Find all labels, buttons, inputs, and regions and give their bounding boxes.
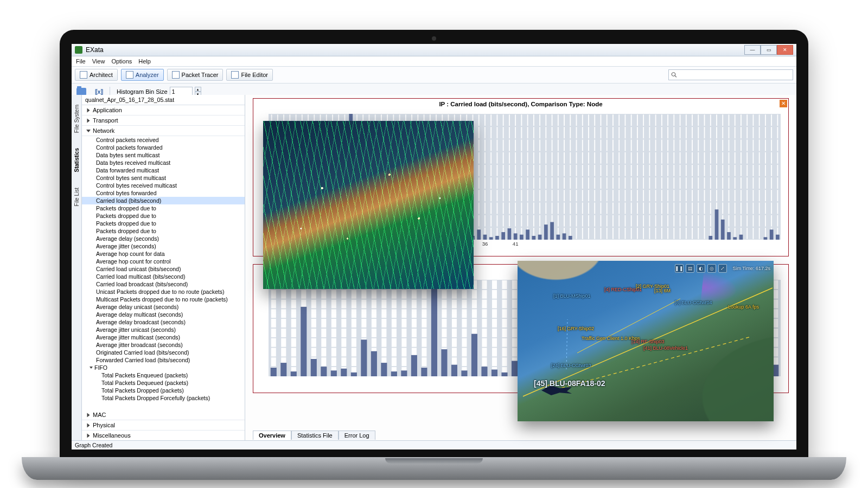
app-icon xyxy=(75,46,82,54)
svg-rect-245 xyxy=(291,371,297,376)
metric-item[interactable]: Average hop count for data xyxy=(82,250,245,258)
svg-rect-248 xyxy=(321,367,327,376)
target-icon[interactable]: ◎ xyxy=(707,264,716,273)
svg-rect-136 xyxy=(514,233,518,240)
metric-item[interactable]: Data bytes sent multicast xyxy=(82,151,245,159)
metric-item[interactable]: Control packets received xyxy=(82,136,245,144)
metric-item[interactable]: Carried load (bits/second) xyxy=(82,197,245,204)
close-button[interactable]: ✕ xyxy=(777,45,793,55)
mode-packet-tracer[interactable]: Packet Tracer xyxy=(167,69,224,81)
metric-item[interactable]: Average jitter (seconds) xyxy=(82,242,245,250)
svg-rect-254 xyxy=(381,363,387,376)
metric-item[interactable]: Carried load multicast (bits/second) xyxy=(82,273,245,280)
svg-rect-131 xyxy=(483,235,487,240)
svg-rect-243 xyxy=(271,368,277,376)
metric-item[interactable]: Control bytes received multicast xyxy=(82,182,245,189)
metric-item[interactable]: Average delay (seconds) xyxy=(82,235,245,242)
category-application[interactable]: Application xyxy=(82,105,245,115)
sim-node-label: Lookup 6A fps xyxy=(728,304,759,310)
category-mac[interactable]: MAC xyxy=(82,410,245,420)
side-tab-statistics[interactable]: Statistics xyxy=(74,148,80,172)
metric-item[interactable]: Total Packets Dequeued (packets) xyxy=(82,379,245,387)
sim-node-label: [1] BLU-MShip01 xyxy=(553,293,591,299)
pause-icon[interactable]: ❚❚ xyxy=(675,264,684,273)
metric-tree[interactable]: Control packets receivedControl packets … xyxy=(82,136,245,410)
bottom-tab-overview[interactable]: Overview xyxy=(253,431,291,440)
window-controls: ― ▭ ✕ xyxy=(744,45,793,55)
category-network[interactable]: Network xyxy=(82,126,245,136)
metric-item[interactable]: Packets dropped due to xyxy=(82,220,245,227)
menu-options[interactable]: Options xyxy=(111,58,132,65)
mode-file-editor[interactable]: File Editor xyxy=(226,69,273,81)
metric-item[interactable]: Originated Carried load (bits/second) xyxy=(82,349,245,356)
metric-item[interactable]: Unicast Packets dropped due to no route … xyxy=(82,288,245,296)
svg-rect-256 xyxy=(401,370,407,376)
metric-item[interactable]: Data bytes received multicast xyxy=(82,159,245,166)
metric-item[interactable]: Multicast Packets dropped due to no rout… xyxy=(82,296,245,303)
contrast-icon[interactable]: ◐ xyxy=(697,264,705,273)
svg-rect-253 xyxy=(371,351,377,376)
svg-rect-258 xyxy=(421,368,427,376)
metric-item[interactable]: Packets dropped due to xyxy=(82,204,245,212)
sim-hud: ❚❚▤◐◎⤢Sim Time: 617.2s xyxy=(675,264,770,273)
metric-item[interactable]: Total Packets Dropped Forcefully (packet… xyxy=(82,394,245,402)
svg-rect-251 xyxy=(351,373,357,376)
svg-rect-144 xyxy=(563,233,566,240)
sim-node-label: [16] GRY-Ship02 xyxy=(558,326,594,331)
category-physical[interactable]: Physical xyxy=(82,420,245,431)
metric-item[interactable]: Control bytes sent multicast xyxy=(82,174,245,182)
metric-group-fifo[interactable]: FIFO xyxy=(82,364,245,371)
bottom-tab-statistics-file[interactable]: Statistics File xyxy=(291,431,339,440)
metric-item[interactable]: Control packets forwarded xyxy=(82,144,245,151)
metric-item[interactable]: Carried load unicast (bits/second) xyxy=(82,265,245,273)
menu-view[interactable]: View xyxy=(92,58,105,65)
svg-rect-141 xyxy=(544,224,548,240)
svg-rect-246 xyxy=(301,307,307,376)
menu-file[interactable]: File xyxy=(76,58,86,65)
disclosure-triangle-icon xyxy=(87,413,90,417)
expand-icon[interactable]: ⤢ xyxy=(718,264,727,273)
stack-icon[interactable]: ▤ xyxy=(686,264,694,273)
category-miscellaneous[interactable]: Miscellaneous xyxy=(82,431,245,441)
metric-item[interactable]: Average jitter multicast (seconds) xyxy=(82,333,245,341)
svg-rect-171 xyxy=(727,232,731,240)
disclosure-triangle-icon xyxy=(87,108,90,112)
category-transport[interactable]: Transport xyxy=(82,115,245,126)
metric-item[interactable]: Average delay broadcast (seconds) xyxy=(82,318,245,326)
metric-item[interactable]: Forwarded Carried load (bits/second) xyxy=(82,356,245,364)
chevron-up-icon[interactable]: ▲ xyxy=(195,87,201,92)
menubar: FileViewOptionsHelp xyxy=(72,56,796,67)
metric-item[interactable]: Total Packets Enqueued (packets) xyxy=(82,371,245,379)
svg-rect-168 xyxy=(709,236,712,240)
metric-item[interactable]: Average hop count for control xyxy=(82,258,245,265)
metric-item[interactable]: Control bytes forwarded xyxy=(82,189,245,197)
svg-rect-132 xyxy=(489,237,493,240)
minimize-button[interactable]: ― xyxy=(744,45,761,55)
metric-item[interactable]: Average jitter broadcast (seconds) xyxy=(82,341,245,349)
side-tab-file-system[interactable]: File System xyxy=(74,105,80,133)
menu-help[interactable]: Help xyxy=(138,58,151,65)
svg-rect-266 xyxy=(501,373,507,376)
metric-item[interactable]: Average delay unicast (seconds) xyxy=(82,303,245,311)
metric-item[interactable]: Average jitter unicast (seconds) xyxy=(82,326,245,333)
svg-rect-267 xyxy=(512,361,518,376)
metric-item[interactable]: Average delay multicast (seconds) xyxy=(82,311,245,318)
metric-item[interactable]: Total Packets Dropped (packets) xyxy=(82,387,245,394)
side-tab-file-list[interactable]: File List xyxy=(74,188,80,206)
svg-rect-260 xyxy=(441,349,447,376)
svg-rect-145 xyxy=(569,236,572,240)
svg-rect-169 xyxy=(715,209,719,240)
mode-analyzer[interactable]: Analyzer xyxy=(121,69,164,81)
metric-item[interactable]: Packets dropped due to xyxy=(82,212,245,220)
disclosure-triangle-icon xyxy=(87,118,90,123)
side-tab-strip: File SystemStatisticsFile List xyxy=(72,95,82,441)
search-input[interactable] xyxy=(679,71,790,79)
bottom-tab-error-log[interactable]: Error Log xyxy=(339,431,375,440)
mode-architect[interactable]: Architect xyxy=(75,69,118,81)
search-box[interactable] xyxy=(668,69,793,80)
metric-item[interactable]: Data forwarded multicast xyxy=(82,166,245,174)
maximize-button[interactable]: ▭ xyxy=(761,45,777,55)
metric-item[interactable]: Packets dropped due to xyxy=(82,227,245,235)
metric-item[interactable]: Carried load broadcast (bits/second) xyxy=(82,280,245,288)
status-bar: Graph Created xyxy=(72,440,796,450)
